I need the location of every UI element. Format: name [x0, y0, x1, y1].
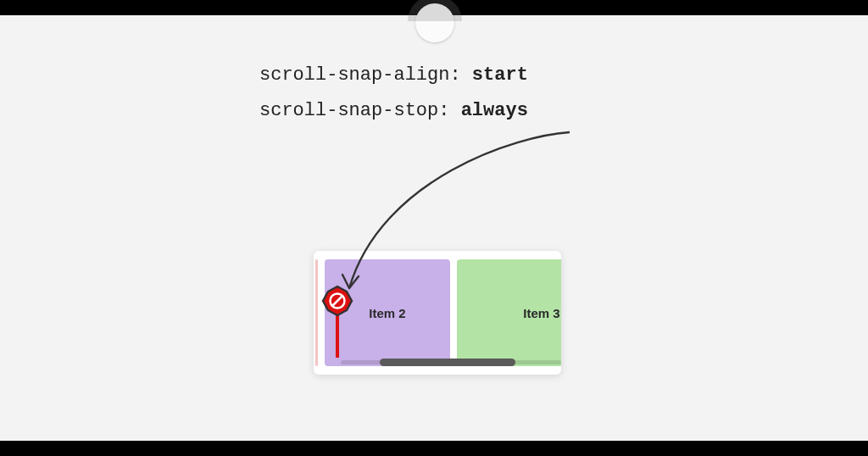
code-val-1: start — [472, 64, 528, 86]
scrollbar-thumb[interactable] — [380, 359, 515, 366]
letterbox-bottom — [0, 441, 868, 456]
scroll-track: Item 2 Item 3 — [322, 259, 561, 366]
card-item-2[interactable]: Item 2 — [325, 259, 450, 366]
code-prop-1: scroll-snap-align: — [259, 64, 472, 86]
card-label: Item 3 — [523, 306, 559, 320]
card-label: Item 2 — [369, 306, 405, 320]
card-item-1-sliver[interactable] — [315, 259, 318, 366]
css-code-sample: scroll-snap-align: start scroll-snap-sto… — [259, 58, 528, 129]
scroll-container[interactable]: Item 2 Item 3 — [314, 251, 561, 375]
code-line-2: scroll-snap-stop: always — [259, 93, 528, 129]
code-val-2: always — [461, 100, 528, 121]
drag-handle[interactable] — [415, 3, 454, 42]
code-prop-2: scroll-snap-stop: — [259, 100, 461, 121]
code-line-1: scroll-snap-align: start — [259, 58, 528, 93]
card-item-3[interactable]: Item 3 — [457, 259, 561, 366]
